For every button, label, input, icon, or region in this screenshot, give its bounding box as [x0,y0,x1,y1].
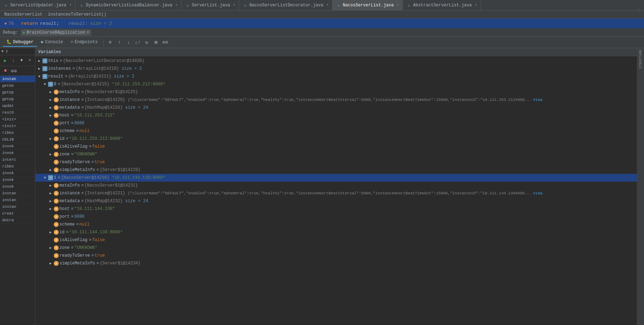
var-result-1[interactable]: ▼ ≡ 1 = {NacosServer@14216} *10.111.144.… [35,174,637,182]
expand-id-1[interactable]: ▶ [48,230,53,235]
breadcrumb-class[interactable]: NacosServerList [4,12,42,17]
var-zone-0[interactable]: ▶ f zone = "UNKNOWN" [35,150,637,158]
expand-metainfo-1[interactable]: ▶ [48,183,53,188]
tab-nacosdecorator[interactable]: ☕ NacosServerListDecorator.java × [239,0,332,11]
expand-zone-1[interactable]: ▶ [48,245,53,250]
var-metadata-0[interactable]: ▶ f metadata = {HashMap@14226} size = 24 [35,104,637,112]
var-metainfo-0[interactable]: ▶ f metaInfo = {NacosServer$1@14225} [35,88,637,96]
tab-close[interactable]: × [175,3,178,7]
breadcrumb-method[interactable]: instancesToServerList() [48,12,106,17]
expand-metadata-1[interactable]: ▶ [48,199,53,204]
callstack-item-10[interactable]: invok [0,143,35,150]
tab-debugger[interactable]: 🐛 Debugger [3,38,37,47]
expand-instance-1[interactable]: ▶ [48,191,53,196]
expand-metainfo-0[interactable]: ▶ [48,90,53,95]
callstack-item-7[interactable]: <init> [0,123,35,130]
callstack-item-8[interactable]: ribbo [0,130,35,136]
expand-metadata-0[interactable]: ▶ [48,105,53,110]
var-isalive-1[interactable]: f isAliveFlag = false [35,236,637,244]
app-close[interactable]: × [87,30,89,35]
expand-id-0[interactable]: ▶ [48,136,53,141]
expand-simplemetainfo-1[interactable]: ▶ [48,261,53,266]
callstack-item-11[interactable]: invok [0,150,35,156]
var-id-0[interactable]: ▶ f id = *10.111.253.212:8080* [35,135,637,143]
callstack-item-9[interactable]: CGLIB [0,136,35,143]
expand-instance-0[interactable]: ▶ [48,97,53,102]
tab-close[interactable]: × [397,3,399,7]
expand-simplemetainfo-0[interactable]: ▶ [48,167,53,172]
var-instance-1[interactable]: ▶ f instance = {Instance@14221} {"cluste… [35,189,637,197]
callstack-item-3[interactable]: getUp [0,96,35,103]
var-port-0[interactable]: f port = 8080 [35,119,637,127]
toolbar-btn-menu[interactable]: ≡ [106,38,114,47]
add-button[interactable]: + [26,57,34,64]
callstack-item-15[interactable]: invok [0,177,35,183]
tab-abstractserverlist[interactable]: ☕ AbstractServerList.java × [403,0,481,11]
callstack-item-17[interactable]: instan [0,190,35,197]
var-host-1[interactable]: ▶ f host = "10.111.144.138" [35,205,637,213]
var-port-1[interactable]: f port = 8080 [35,213,637,221]
callstack-item-4[interactable]: updat [0,103,35,109]
stop-button[interactable]: ■ [1,67,9,75]
toolbar-btn-up[interactable]: ↑ [115,38,123,47]
tab-console[interactable]: ▶ Console [38,38,67,47]
callstack-item-12[interactable]: interc [0,156,35,163]
var-scheme-0[interactable]: f scheme = null [35,127,637,135]
tab-close[interactable]: × [475,3,477,7]
var-host-0[interactable]: ▶ f host = "10.111.253.212" [35,112,637,119]
var-id-1[interactable]: ▶ f id = *10.111.144.138:8080* [35,228,637,236]
toolbar-btn-list[interactable]: ≡≡ [161,38,169,47]
callstack-item-14[interactable]: invok [0,170,35,177]
callstack-item-0[interactable]: instan [0,76,35,82]
mute-button[interactable]: ⊙⊙ [10,67,18,75]
tab-close[interactable]: × [69,3,71,7]
tab-close[interactable]: × [326,3,329,7]
tab-endpoints[interactable]: ⌗ Endpoints [67,38,101,47]
toolbar-btn-reset[interactable]: ↻ [143,38,151,47]
var-simplemetainfo-1[interactable]: ▶ f simpleMetaInfo = {Server$1@14234} [35,260,637,267]
tab-serverlistupdater[interactable]: ☕ ServerListUpdater.java × [0,0,75,11]
var-readytoserve-1[interactable]: f readyToServe = true [35,252,637,260]
callstack-item-21[interactable]: doCra [0,217,35,224]
callstack-item-1[interactable]: getSe [0,82,35,89]
callstack-item-19[interactable]: instan [0,204,35,210]
var-instances[interactable]: ▶ ≡ instances = {ArrayList@14210} size =… [35,65,637,73]
var-readytoserve-0[interactable]: f readyToServe = true [35,158,637,166]
tab-nacosserverlist[interactable]: ☕ NacosServerList.java × [332,0,403,11]
expand-result-1[interactable]: ▼ [42,175,47,180]
tab-serverlist[interactable]: ☕ ServerList.java × [181,0,239,11]
var-this[interactable]: ▶ ≡ this = {NacosServerListDecorator@140… [35,57,637,65]
toolbar-btn-resume[interactable]: ↓↑ [133,38,142,47]
callstack-item-6[interactable]: <init> [0,116,35,123]
var-metadata-1[interactable]: ▶ f metadata = {HashMap@14232} size = 24 [35,197,637,205]
callstack-item-5[interactable]: restO [0,109,35,116]
tab-close[interactable]: × [233,3,235,7]
var-result-0[interactable]: ▼ ≡ 0 = {NacosServer@14215} *10.111.253.… [35,80,637,88]
toolbar-btn-grid[interactable]: ⊠ [152,38,160,47]
callstack-item-13[interactable]: ribbo [0,163,35,170]
var-result[interactable]: ▼ ≡ result = {ArrayList@14211} size = 2 [35,73,637,80]
callstack-item-20[interactable]: creat [0,210,35,217]
structure-icon[interactable]: STRUCTURE [639,50,643,69]
var-zone-1[interactable]: ▶ f zone = "UNKNOWN" [35,244,637,252]
step-over-button[interactable]: ↓ [10,57,17,64]
var-simplemetainfo-0[interactable]: ▶ f simpleMetaInfo = {Server$1@14229} [35,166,637,174]
filter-button[interactable]: ▼ [18,57,25,64]
var-scheme-1[interactable]: f scheme = null [35,221,637,228]
expand-host-0[interactable]: ▶ [48,113,53,118]
expand-host-1[interactable]: ▶ [48,206,53,211]
var-metainfo-1[interactable]: ▶ f metaInfo = {NacosServer$1@14231} [35,182,637,189]
resume-button[interactable]: ▶ [1,57,9,64]
expand-this[interactable]: ▶ [37,58,42,63]
callstack-item-2[interactable]: getUp [0,89,35,96]
callstack-item-18[interactable]: instan [0,197,35,204]
view-link-1[interactable]: View [533,191,542,195]
var-isalive-0[interactable]: f isAliveFlag = false [35,143,637,150]
callstack-item-16[interactable]: invok [0,183,35,190]
toolbar-btn-down[interactable]: ↓ [124,38,133,47]
tab-dynamicserver[interactable]: ☕ DynamicServerListLoadBalancer.java × [75,0,181,11]
var-instance-0[interactable]: ▶ f instance = {Instance@14220} {"cluste… [35,96,637,104]
expand-zone-0[interactable]: ▶ [48,152,53,157]
expand-result-0[interactable]: ▼ [42,82,47,87]
expand-result[interactable]: ▼ [37,74,42,79]
